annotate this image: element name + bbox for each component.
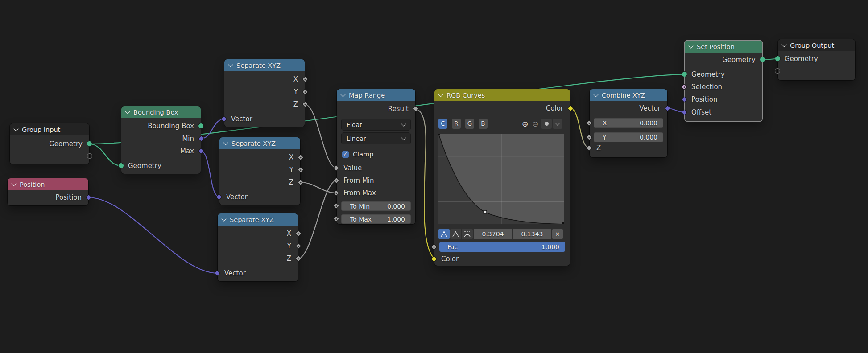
curve-endpoint-start[interactable] — [438, 134, 440, 135]
zoom-in-icon[interactable]: ⊕ — [520, 119, 530, 129]
chevron-down-icon — [401, 135, 406, 140]
collapse-chevron-icon[interactable] — [593, 92, 598, 97]
collapse-chevron-icon[interactable] — [13, 126, 18, 131]
interpolation-dropdown[interactable]: Linear — [341, 132, 411, 144]
socket-geometry-output[interactable] — [87, 141, 92, 147]
data-type-dropdown[interactable]: Float — [341, 119, 411, 131]
collapse-chevron-icon[interactable] — [221, 216, 226, 221]
node-header[interactable]: Map Range — [337, 89, 415, 101]
collapse-chevron-icon[interactable] — [11, 181, 16, 186]
node-title: Separate XYZ — [236, 62, 281, 69]
wire-position-to-separatexyz3[interactable] — [88, 197, 218, 273]
point-x-field[interactable]: 0.3704 — [474, 229, 512, 239]
collapse-chevron-icon[interactable] — [125, 109, 130, 114]
point-y-field[interactable]: 0.1343 — [513, 229, 551, 239]
node-header[interactable]: Combine XYZ — [590, 89, 667, 101]
clamp-checkbox[interactable]: Clamp — [342, 151, 373, 158]
channel-r-button[interactable]: R — [452, 119, 461, 129]
handle-clamped-button[interactable] — [462, 229, 473, 239]
node-bounding-box[interactable]: Bounding Box Bounding Box Min Max Geomet… — [121, 106, 201, 174]
channel-g-button[interactable]: G — [465, 119, 474, 129]
wire-color-to-z[interactable] — [570, 108, 590, 148]
curve-tools-dropdown[interactable] — [553, 119, 562, 129]
collapse-chevron-icon[interactable] — [340, 92, 345, 97]
node-position[interactable]: Position Position — [8, 178, 88, 205]
node-set-position[interactable]: Set Position Geometry Geometry Selection… — [685, 41, 762, 121]
collapse-chevron-icon[interactable] — [228, 62, 233, 67]
node-header[interactable]: Separate XYZ — [218, 213, 298, 226]
wire-groupinput-to-boundingbox[interactable] — [89, 144, 121, 166]
curve-selected-point[interactable] — [484, 211, 487, 214]
handle-auto-icon — [440, 231, 448, 238]
handle-clamped-icon — [463, 231, 471, 238]
node-title: Group Input — [22, 126, 60, 133]
socket-virtual[interactable] — [87, 153, 92, 159]
channel-c-button[interactable]: C — [438, 119, 447, 129]
socket-geometry-output[interactable] — [760, 57, 765, 62]
node-separate-xyz-3[interactable]: Separate XYZ X Y Z Vector — [218, 213, 298, 281]
delete-point-button[interactable]: ✕ — [552, 229, 563, 239]
collapse-chevron-icon[interactable] — [438, 92, 443, 97]
node-title: Group Output — [790, 42, 834, 49]
socket-row-position: Position — [8, 191, 88, 204]
node-title: Separate XYZ — [230, 216, 274, 223]
to-min-field[interactable]: To Min 0.000 — [341, 201, 411, 211]
channel-b-button[interactable]: B — [479, 119, 488, 129]
node-title: Combine XYZ — [602, 92, 645, 99]
wire-min-to-separatexyz1[interactable] — [201, 119, 224, 139]
node-title: Position — [20, 181, 45, 188]
x-field[interactable]: X 0.000 — [594, 118, 663, 128]
socket-geometry-input[interactable] — [682, 71, 687, 77]
to-max-field[interactable]: To Max 1.000 — [341, 214, 411, 224]
collapse-chevron-icon[interactable] — [223, 140, 228, 145]
node-header[interactable]: Separate XYZ — [219, 137, 300, 149]
point-icon — [545, 122, 549, 126]
node-title: Map Range — [349, 92, 385, 99]
handle-auto-button[interactable] — [438, 229, 450, 239]
socket-row-geometry: Geometry — [10, 138, 89, 150]
node-title: RGB Curves — [446, 92, 485, 99]
socket-virtual[interactable] — [775, 68, 780, 74]
collapse-chevron-icon[interactable] — [781, 42, 786, 47]
node-group-output[interactable]: Group Output Geometry — [778, 39, 855, 80]
node-combine-xyz[interactable]: Combine XYZ Vector X 0.000 Y 0.000 Z — [590, 89, 667, 157]
node-header[interactable]: Group Input — [10, 123, 89, 135]
zoom-out-icon[interactable]: ⊖ — [530, 119, 540, 129]
node-separate-xyz-2[interactable]: Separate XYZ X Y Z Vector — [219, 137, 300, 205]
fac-slider[interactable]: Fac 1.000 — [439, 242, 565, 252]
collapse-chevron-icon[interactable] — [688, 43, 693, 48]
node-editor-canvas[interactable]: Group Input Geometry Position Position B… — [0, 0, 868, 353]
curve-point-options-button[interactable] — [541, 119, 552, 129]
node-header[interactable]: Set Position — [685, 41, 762, 53]
wire-max-to-separatexyz2[interactable] — [201, 151, 219, 197]
node-group-input[interactable]: Group Input Geometry — [10, 123, 89, 164]
socket-boundingbox-output[interactable] — [198, 123, 204, 129]
node-header[interactable]: RGB Curves — [434, 89, 570, 101]
node-header[interactable]: Separate XYZ — [224, 59, 305, 71]
curve-endpoint-end[interactable] — [562, 222, 564, 224]
node-title: Bounding Box — [133, 109, 178, 116]
node-map-range[interactable]: Map Range Result Float Linear Clamp Valu… — [337, 89, 415, 224]
curve-editor[interactable] — [438, 134, 564, 224]
chevron-down-icon — [555, 120, 560, 125]
node-header[interactable]: Bounding Box — [121, 106, 201, 118]
wire-z-to-value[interactable] — [305, 104, 337, 168]
y-field[interactable]: Y 0.000 — [594, 132, 663, 142]
node-title: Separate XYZ — [231, 140, 276, 147]
handle-vector-icon — [452, 231, 459, 238]
node-header[interactable]: Position — [8, 178, 88, 190]
node-header[interactable]: Group Output — [778, 39, 855, 51]
chevron-down-icon — [401, 121, 406, 126]
handle-vector-button[interactable] — [450, 229, 461, 239]
node-rgb-curves[interactable]: RGB Curves Color C R G B ⊕ ⊖ — [434, 89, 570, 266]
socket-geometry-input[interactable] — [118, 163, 124, 168]
checkbox-checked-icon[interactable] — [342, 151, 349, 158]
node-separate-xyz-1[interactable]: Separate XYZ X Y Z Vector — [224, 59, 305, 127]
socket-geometry-input[interactable] — [775, 56, 781, 62]
node-title: Set Position — [697, 43, 735, 50]
